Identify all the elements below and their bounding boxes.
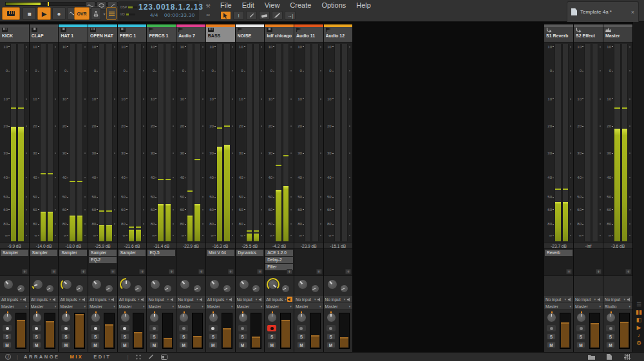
add-device-button[interactable]: + [257, 269, 263, 274]
volume-fader[interactable] [162, 313, 173, 349]
tab-edit[interactable]: EDIT [93, 354, 111, 360]
mute-button[interactable]: M [32, 342, 41, 348]
device-item[interactable]: Sampler [1, 250, 28, 256]
volume-fader[interactable] [192, 313, 203, 349]
input-select[interactable]: All inputs▾ [59, 296, 88, 302]
input-select[interactable]: No input▾ [147, 296, 176, 302]
add-device-button[interactable]: + [287, 269, 292, 274]
monitor-speaker-icon[interactable] [81, 297, 86, 302]
input-select[interactable]: No input▾ [294, 296, 323, 302]
input-select[interactable]: All inputs▾ [30, 296, 59, 302]
solo-button[interactable]: S [267, 333, 276, 340]
add-device-button[interactable]: + [345, 269, 351, 274]
track-header[interactable]: PERC 1 [118, 24, 147, 42]
send-2-knob[interactable] [15, 283, 26, 294]
device-item[interactable]: Reverb [545, 250, 573, 256]
close-icon[interactable]: × [631, 9, 634, 15]
note-editor-icon[interactable]: ♪ [635, 332, 643, 339]
output-select[interactable]: Master▾ [147, 303, 176, 310]
output-select[interactable]: Master▾ [118, 303, 147, 310]
monitor-speaker-icon[interactable] [626, 297, 631, 302]
send-2-knob[interactable] [44, 283, 55, 294]
output-select[interactable]: Master▾ [324, 303, 353, 310]
input-select[interactable]: No input▾ [574, 296, 603, 302]
send-1-knob[interactable] [61, 278, 73, 291]
mute-button[interactable]: M [149, 342, 158, 348]
eraser-tool[interactable] [259, 11, 270, 20]
track-header[interactable]: PERCS 1 [147, 24, 176, 42]
display-profile-icon[interactable] [160, 354, 168, 360]
track-header[interactable]: NOISE [236, 24, 265, 42]
project-tab[interactable]: Template 4a * × [567, 1, 639, 22]
volume-fader[interactable] [560, 313, 571, 349]
pan-knob[interactable] [120, 313, 130, 322]
tab-arrange[interactable]: ARRANGE [24, 354, 59, 360]
input-select[interactable]: All inputs▾ [265, 296, 294, 302]
tempo-value[interactable]: 123.00 [138, 3, 166, 12]
send-2-knob[interactable] [339, 283, 350, 294]
record-arm-button[interactable] [267, 325, 276, 331]
pan-knob[interactable] [547, 313, 556, 322]
device-item[interactable]: Mini V 64 [207, 250, 234, 256]
text-cursor-tool[interactable]: I [233, 11, 244, 20]
track-header[interactable]: HAT 1 [59, 24, 88, 42]
input-select[interactable]: All inputs▾ [118, 296, 147, 302]
record-arm-button[interactable] [149, 325, 158, 331]
send-2-knob[interactable] [280, 283, 291, 294]
monitor-speaker-icon[interactable] [567, 297, 572, 302]
track-header[interactable]: KICK [0, 24, 29, 42]
track-header[interactable]: OPEN HAT [88, 24, 117, 42]
volume-fader[interactable] [74, 313, 85, 349]
output-select[interactable]: Master▾ [59, 303, 88, 310]
pan-knob[interactable] [149, 313, 159, 322]
send-1-knob[interactable] [208, 278, 221, 291]
send-2-knob[interactable] [251, 283, 261, 294]
pan-knob[interactable] [61, 313, 71, 322]
pan-knob[interactable] [209, 313, 218, 322]
send-1-knob[interactable] [32, 278, 44, 291]
menu-view[interactable]: View [265, 1, 280, 9]
input-select[interactable]: No input▾ [603, 296, 632, 302]
record-arm-button[interactable] [120, 325, 129, 331]
solo-button[interactable]: S [327, 333, 336, 340]
monitor-speaker-icon[interactable] [52, 297, 57, 302]
record-arm-button[interactable] [32, 325, 41, 331]
send-1-knob[interactable] [267, 278, 279, 291]
add-device-button[interactable]: + [110, 269, 116, 274]
play-position[interactable]: 18.1.2.13 [166, 3, 204, 12]
track-header[interactable]: Audio 11 [294, 24, 323, 42]
send-2-knob[interactable] [222, 283, 232, 294]
menu-options[interactable]: Options [321, 1, 346, 9]
device-item[interactable]: Sampler [30, 250, 58, 256]
input-select[interactable]: No input▾ [324, 296, 353, 302]
add-device-button[interactable]: + [228, 269, 234, 274]
send-1-knob[interactable] [238, 278, 251, 291]
add-device-button[interactable]: + [198, 269, 204, 274]
track-header[interactable]: CLAP [30, 24, 59, 42]
solo-button[interactable]: S [91, 333, 100, 340]
add-device-button[interactable]: + [596, 269, 601, 274]
knife-tool[interactable] [272, 11, 283, 20]
mute-button[interactable]: M [120, 342, 129, 348]
folder-icon[interactable] [587, 354, 595, 360]
clip-launcher-icon[interactable]: ▮▮ [635, 309, 643, 316]
device-item[interactable]: Delay-2 [265, 257, 293, 263]
input-select[interactable]: All inputs▾ [88, 296, 117, 302]
play-button[interactable]: ▶ [37, 7, 51, 20]
send-1-knob[interactable] [326, 278, 339, 291]
send-1-knob[interactable] [120, 278, 133, 291]
stop-button[interactable]: ■ [23, 7, 36, 20]
menu-edit[interactable]: Edit [242, 1, 254, 9]
output-select[interactable]: Master▾ [265, 303, 294, 310]
output-select[interactable]: Master▾ [30, 303, 59, 310]
output-select[interactable]: Master▾ [294, 303, 323, 310]
monitor-speaker-icon[interactable] [317, 297, 322, 302]
device-item[interactable]: EQ-2 [89, 257, 117, 263]
output-select[interactable]: Master▾ [236, 303, 265, 310]
pan-knob[interactable] [267, 313, 277, 322]
overdub-button[interactable]: OVR [74, 7, 90, 20]
volume-fader[interactable] [15, 313, 26, 349]
monitor-speaker-icon[interactable] [287, 297, 292, 302]
solo-button[interactable]: S [238, 333, 247, 340]
mute-button[interactable]: M [606, 342, 615, 348]
